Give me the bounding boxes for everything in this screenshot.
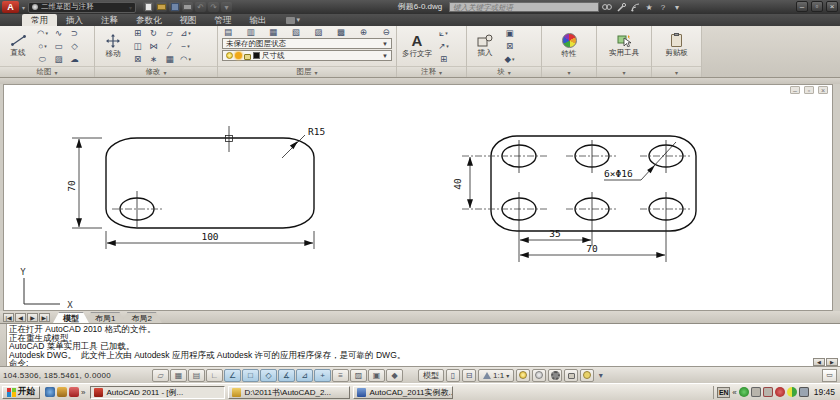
open-file-button[interactable]: [156, 2, 167, 12]
panel-draw-title[interactable]: 绘图▾: [0, 66, 94, 77]
doc-minimize-button[interactable]: –: [790, 86, 800, 94]
tray-security-icon[interactable]: [775, 387, 785, 397]
tab-layout1[interactable]: 布局1: [85, 312, 125, 323]
transparency-toggle[interactable]: ▨: [350, 369, 367, 382]
tab-insert[interactable]: 插入: [57, 14, 92, 26]
otrack-toggle[interactable]: ∡: [278, 369, 295, 382]
scroll-right-button[interactable]: ▶: [826, 358, 838, 366]
exchange-wrench-icon[interactable]: [615, 2, 627, 12]
app-menu-caret-icon[interactable]: ▾: [22, 4, 25, 11]
doc-close-button[interactable]: ×: [818, 86, 828, 94]
start-button[interactable]: 开始: [2, 386, 40, 399]
tab-model[interactable]: 模型: [53, 312, 89, 323]
taskbar-clock[interactable]: 19:45: [811, 387, 838, 397]
selection-cycling-toggle[interactable]: ◆: [386, 369, 403, 382]
trim-button[interactable]: ⁄: [163, 40, 176, 52]
clipboard-button[interactable]: 剪贴板: [662, 34, 692, 58]
taskbar-item-folder[interactable]: D:\2011书\AutoCAD_2...: [228, 386, 350, 399]
annotation-scale-button[interactable]: 1:1 ▾: [478, 369, 514, 382]
language-indicator[interactable]: EN: [717, 387, 730, 398]
tray-network-error-icon[interactable]: [763, 387, 773, 397]
offset-button[interactable]: ◫: [131, 40, 144, 52]
annotation-visibility-button[interactable]: [516, 369, 530, 382]
statusbar-menu-caret[interactable]: ▾: [596, 369, 605, 382]
workspace-selector[interactable]: 二维草图与注释 ▾: [28, 2, 136, 13]
panel-annotate-title[interactable]: 注释▾: [397, 66, 466, 77]
search-binoculars-icon[interactable]: [601, 2, 613, 12]
layer-unisolate-button[interactable]: ▨: [312, 27, 324, 37]
layer-color-swatch[interactable]: [253, 52, 260, 59]
snap-toggle[interactable]: ▦: [170, 369, 187, 382]
tray-antivirus-icon[interactable]: [787, 387, 797, 397]
help-caret-icon[interactable]: ▾: [671, 2, 683, 12]
ortho-toggle[interactable]: ∟: [206, 369, 223, 382]
drawing-area[interactable]: – ▫ ×: [3, 84, 833, 311]
panel-modify-title[interactable]: 修改▾: [95, 66, 217, 77]
tray-green-icon[interactable]: [739, 387, 749, 397]
doc-restore-button[interactable]: ▫: [804, 86, 814, 94]
command-window[interactable]: 正在打开 AutoCAD 2010 格式的文件。 正在重生成模型。 AutoCA…: [0, 323, 840, 366]
layer-isolate-button[interactable]: ▧: [290, 27, 302, 37]
ribbon-state-button[interactable]: ▾: [286, 14, 301, 26]
close-button[interactable]: ×: [826, 1, 838, 12]
ducs-toggle[interactable]: ⊿: [296, 369, 313, 382]
quicklaunch-overflow-chevron[interactable]: »: [81, 388, 85, 397]
undo-button[interactable]: ↶: [195, 2, 206, 12]
erase-button[interactable]: ⊠: [131, 53, 144, 65]
favorites-star-icon[interactable]: ★: [643, 2, 655, 12]
move-button[interactable]: 移动: [98, 34, 128, 59]
panel-block-title[interactable]: 块▾: [467, 66, 541, 77]
taskbar-item-document[interactable]: AutoCAD_2011实例教...: [353, 386, 453, 399]
utilities-button[interactable]: 实用工具: [607, 34, 641, 58]
line-button[interactable]: 直线: [3, 34, 33, 58]
workspace-switch-button[interactable]: [548, 369, 562, 382]
redo-button[interactable]: ↷: [208, 2, 219, 12]
plot-button[interactable]: [182, 2, 193, 12]
undo-draw-button[interactable]: ⊃: [68, 27, 81, 39]
copy-button[interactable]: ⊞: [131, 27, 144, 39]
tray-network-disabled-icon[interactable]: [751, 387, 761, 397]
coordinate-display[interactable]: 104.5306, 185.5461, 0.0000: [3, 371, 151, 380]
help-icon[interactable]: ?: [657, 2, 669, 12]
minimize-button[interactable]: –: [796, 1, 808, 12]
last-layout-button[interactable]: ▶|: [39, 313, 50, 322]
explode-button[interactable]: ∗: [147, 53, 160, 65]
stretch-button[interactable]: ▱: [163, 27, 176, 39]
first-layout-button[interactable]: |◀: [3, 313, 14, 322]
osnap3d-toggle[interactable]: ◇: [260, 369, 277, 382]
leader-button[interactable]: ↗▾: [437, 40, 450, 52]
scroll-left-button[interactable]: ◀: [813, 358, 825, 366]
grid-toggle[interactable]: ▤: [188, 369, 205, 382]
ellipse-button[interactable]: ⬭: [36, 53, 49, 65]
layer-match-button[interactable]: ▥: [245, 27, 257, 37]
mirror-button[interactable]: ⋈: [147, 40, 160, 52]
infer-constraints-toggle[interactable]: ▱: [152, 369, 169, 382]
hatch-button[interactable]: ▨: [52, 53, 65, 65]
tab-manage[interactable]: 管理: [206, 14, 241, 26]
arc-button[interactable]: ◠▾: [36, 27, 49, 39]
layer-bulb-icon[interactable]: [226, 52, 233, 59]
taskbar-item-autocad[interactable]: AutoCAD 2011 - [例...: [90, 386, 225, 399]
circle-button[interactable]: ○▾: [36, 40, 49, 52]
current-layer-dropdown[interactable]: 尺寸线 ▼: [222, 50, 392, 61]
block-attributes-button[interactable]: ◆▾: [503, 53, 516, 65]
extend-button[interactable]: −▾: [179, 40, 192, 52]
tray-display-icon[interactable]: [799, 387, 809, 397]
tab-layout2[interactable]: 布局2: [121, 312, 161, 323]
revision-cloud-button[interactable]: ☁: [68, 53, 81, 65]
create-block-button[interactable]: ▣: [503, 27, 516, 39]
status-tray-button[interactable]: [580, 369, 594, 382]
scale-button[interactable]: ⊿▾: [179, 27, 192, 39]
quicklaunch-media-icon[interactable]: [69, 387, 79, 397]
osnap-toggle[interactable]: □: [242, 369, 259, 382]
layer-prev-button[interactable]: ▦: [267, 27, 279, 37]
toolbar-lock-button[interactable]: [564, 369, 578, 382]
polyline-button[interactable]: ∿: [52, 27, 65, 39]
prev-layout-button[interactable]: ◀: [15, 313, 26, 322]
fillet-button[interactable]: ◠▾: [179, 53, 192, 65]
annotation-autoscale-button[interactable]: [532, 369, 546, 382]
tab-output[interactable]: 输出: [241, 14, 276, 26]
rectangle-button[interactable]: ▭: [52, 40, 65, 52]
dimension-button[interactable]: ⟀▾: [437, 27, 450, 39]
edit-block-button[interactable]: ⊠: [503, 40, 516, 52]
